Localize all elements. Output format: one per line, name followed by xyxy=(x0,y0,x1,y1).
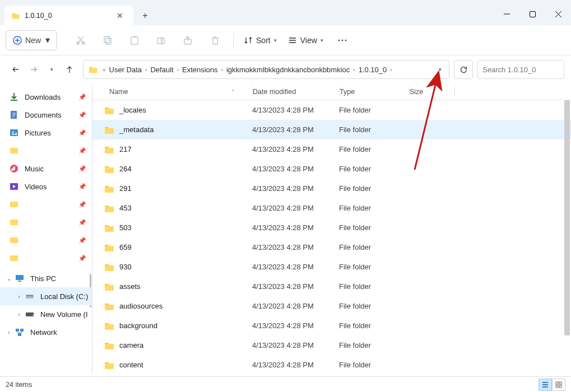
sidebar-quick-item[interactable]: 📌 xyxy=(0,213,92,231)
folder-icon xyxy=(104,124,115,136)
file-row[interactable]: 2914/13/2023 4:28 PMFile folder xyxy=(92,179,571,198)
svg-rect-30 xyxy=(16,329,19,332)
forward-button[interactable] xyxy=(25,60,43,78)
pin-icon: 📌 xyxy=(78,201,86,208)
search-box[interactable] xyxy=(477,60,564,79)
sidebar-tree-item[interactable]: ⌄This PC xyxy=(0,269,92,287)
pin-icon: 📌 xyxy=(78,255,86,262)
expand-icon[interactable]: ⌄ xyxy=(6,276,12,282)
recent-button[interactable]: ▾ xyxy=(43,60,61,78)
sort-button[interactable]: Sort ▾ xyxy=(238,30,282,50)
sidebar-quick-item[interactable]: Downloads📌 xyxy=(0,88,92,106)
details-view-button[interactable] xyxy=(538,379,552,391)
breadcrumb-item[interactable]: Extensions xyxy=(180,66,220,74)
delete-button[interactable] xyxy=(204,30,226,50)
pin-icon: 📌 xyxy=(78,111,86,119)
sidebar-quick-item[interactable]: 📌 xyxy=(0,142,92,160)
breadcrumb-item[interactable]: 1.0.10_0 xyxy=(356,66,389,74)
expand-icon[interactable]: › xyxy=(16,293,22,300)
content-scrollbar[interactable] xyxy=(564,100,570,375)
folder-icon xyxy=(104,262,115,273)
tab-title: 1.0.10_0 xyxy=(25,12,113,20)
sidebar-item-label: Local Disk (C:) xyxy=(40,292,88,301)
folder-icon xyxy=(104,144,115,155)
sidebar-tree-item[interactable]: ›Network xyxy=(0,323,92,341)
file-row[interactable]: audiosources4/13/2023 4:28 PMFile folder xyxy=(92,296,571,316)
sidebar-quick-item[interactable]: Pictures📌 xyxy=(0,124,92,142)
share-icon xyxy=(183,35,193,45)
expand-icon[interactable]: › xyxy=(6,329,12,335)
svg-rect-20 xyxy=(10,202,18,207)
file-name: content xyxy=(119,361,252,369)
file-row[interactable]: 5034/13/2023 4:28 PMFile folder xyxy=(92,218,571,237)
more-button[interactable] xyxy=(331,30,354,50)
sidebar-quick-item[interactable]: Documents📌 xyxy=(0,106,92,124)
file-row[interactable]: 4534/13/2023 4:28 PMFile folder xyxy=(92,198,571,218)
thispc-icon xyxy=(15,273,25,283)
svg-point-16 xyxy=(12,132,14,133)
folder-icon xyxy=(88,64,98,74)
address-bar[interactable]: « User Data › Default › Extensions › igk… xyxy=(83,60,449,79)
copy-button[interactable] xyxy=(96,30,119,50)
svg-rect-4 xyxy=(104,36,109,43)
maximize-button[interactable] xyxy=(519,3,545,25)
file-row[interactable]: 6594/13/2023 4:28 PMFile folder xyxy=(92,237,571,257)
pin-icon: 📌 xyxy=(78,219,86,226)
file-row[interactable]: 9304/13/2023 4:28 PMFile folder xyxy=(92,257,571,277)
file-name: audiosources xyxy=(119,302,252,310)
thumbnails-view-button[interactable] xyxy=(552,379,565,391)
search-input[interactable] xyxy=(482,66,571,74)
sidebar-item-label: Network xyxy=(30,328,57,337)
sidebar-item-label xyxy=(25,147,39,155)
file-type: File folder xyxy=(339,282,409,291)
column-size[interactable]: Size xyxy=(410,88,454,96)
file-row[interactable]: 2174/13/2023 4:28 PMFile folder xyxy=(92,139,571,159)
sidebar-quick-item[interactable]: Music📌 xyxy=(0,160,92,178)
file-row[interactable]: assets4/13/2023 4:28 PMFile folder xyxy=(92,277,571,296)
window-controls xyxy=(494,3,571,25)
sidebar-tree-item[interactable]: ›New Volume (I xyxy=(0,305,92,323)
file-row[interactable]: background4/13/2023 4:28 PMFile folder xyxy=(92,316,571,335)
share-button[interactable] xyxy=(177,30,199,50)
up-button[interactable] xyxy=(61,60,78,78)
breadcrumb-item[interactable]: igkkmokkmlbkkgdnkkancbonkbbmkioc xyxy=(224,66,352,74)
svg-rect-36 xyxy=(559,385,561,388)
breadcrumb-item[interactable]: Default xyxy=(148,66,175,74)
close-tab-icon[interactable]: ✕ xyxy=(113,10,127,21)
rename-button[interactable] xyxy=(150,30,173,50)
view-button[interactable]: View ▾ xyxy=(282,30,329,50)
column-date[interactable]: Date modified xyxy=(253,88,339,96)
address-dropdown-button[interactable]: ▾ xyxy=(431,67,449,72)
sidebar-quick-item[interactable]: 📌 xyxy=(0,249,92,267)
new-button[interactable]: New ▾ xyxy=(6,30,57,50)
sidebar-quick-item[interactable]: Videos📌 xyxy=(0,178,92,195)
column-name[interactable]: Name⌃ xyxy=(92,88,252,96)
file-row[interactable]: _locales4/13/2023 4:28 PMFile folder xyxy=(92,100,571,120)
folder-icon xyxy=(104,203,115,214)
expand-icon[interactable]: › xyxy=(16,311,22,318)
videos-icon xyxy=(9,181,19,192)
window-tab[interactable]: 1.0.10_0 ✕ xyxy=(4,6,133,25)
cut-button[interactable] xyxy=(69,30,92,50)
overflow-icon[interactable]: « xyxy=(101,67,107,73)
file-name: 453 xyxy=(119,204,252,212)
file-row[interactable]: camera4/13/2023 4:28 PMFile folder xyxy=(92,335,571,355)
breadcrumb-item[interactable]: User Data xyxy=(107,66,145,74)
new-tab-button[interactable]: + xyxy=(137,7,154,24)
sidebar-quick-item[interactable]: 📌 xyxy=(0,231,92,249)
close-window-button[interactable] xyxy=(545,3,571,25)
sidebar-quick-item[interactable]: 📌 xyxy=(0,195,92,213)
minimize-button[interactable] xyxy=(494,3,519,25)
file-row[interactable]: 2644/13/2023 4:28 PMFile folder xyxy=(92,159,571,179)
file-row[interactable]: _metadata4/13/2023 4:28 PMFile folder xyxy=(92,120,571,139)
svg-point-11 xyxy=(341,39,343,41)
back-button[interactable] xyxy=(7,60,25,78)
sidebar-tree-item[interactable]: ›Local Disk (C:) xyxy=(0,287,92,305)
refresh-button[interactable] xyxy=(454,60,473,79)
file-list: _locales4/13/2023 4:28 PMFile folder_met… xyxy=(92,100,571,375)
chevron-down-icon: ▾ xyxy=(321,38,323,43)
file-row[interactable]: content4/13/2023 4:28 PMFile folder xyxy=(92,355,571,375)
column-type[interactable]: Type xyxy=(340,88,409,96)
paste-button[interactable] xyxy=(123,30,146,50)
file-date: 4/13/2023 4:28 PM xyxy=(252,243,339,251)
